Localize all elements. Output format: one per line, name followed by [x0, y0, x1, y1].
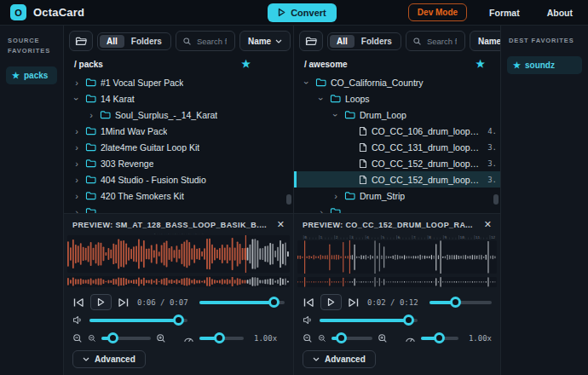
skip-end-button[interactable] [348, 297, 360, 308]
playback-speed-icon [405, 334, 416, 343]
close-icon[interactable]: ✕ [277, 220, 285, 229]
waveform-ruler: 01234567 [67, 233, 290, 234]
skip-end-button[interactable] [118, 297, 130, 308]
play-button[interactable] [90, 294, 112, 310]
tree-folder-row[interactable]: ›CO_California_Country [294, 74, 500, 90]
file-icon [359, 126, 367, 136]
volume-slider[interactable] [89, 314, 187, 326]
folder-icon [330, 207, 341, 213]
speed-slider[interactable] [421, 332, 458, 343]
tree-file-row[interactable]: CO_CC_131_drum_loop_grillin_plus.wav3. [294, 139, 500, 155]
waveform-main[interactable] [67, 235, 290, 273]
file-icon [359, 159, 367, 169]
volume-slider[interactable] [320, 314, 418, 326]
tree-folder-row[interactable]: ›#1 Vocal Super Pack [64, 74, 293, 90]
zoom-slider[interactable] [101, 332, 151, 343]
open-folder-button[interactable] [69, 31, 93, 51]
tree-file-row[interactable]: CO_CC_152_drum_loop_rattlesnake_bridge_p… [294, 155, 500, 171]
zoom-reset-icon[interactable] [303, 333, 313, 343]
chevron-icon: › [317, 207, 326, 214]
tree-folder-row[interactable]: ›Drum_Strip [294, 188, 500, 204]
preview-title: PREVIEW: SM_AT_128_BASS_LOOP_BASIK_B.WAV [72, 221, 270, 229]
waveform-overview[interactable] [297, 277, 497, 287]
tree-folder-row[interactable]: ›2late4me Guitar Loop Kit [64, 139, 293, 155]
search-input[interactable] [195, 36, 228, 47]
zoom-out-icon[interactable] [318, 334, 326, 343]
chevron-icon: › [72, 191, 81, 201]
source-pane: All Folders Name [64, 26, 294, 213]
tree-folder-row[interactable]: ›Drum_Loop [294, 107, 500, 123]
favorite-star-icon[interactable]: ★ [241, 59, 251, 69]
tree-folder-row[interactable]: ›303 Revenge [64, 155, 293, 171]
play-button[interactable] [320, 294, 342, 310]
zoom-reset-icon[interactable] [72, 333, 83, 343]
folder-icon [85, 191, 96, 200]
tree-folder-row[interactable]: ›14 Karat [64, 90, 293, 107]
tree-folder-row[interactable]: ›Soul_Surplus_-_14_Karat [64, 107, 293, 123]
speed-slider[interactable] [199, 332, 244, 343]
tree-item-label: CO_CC_152_drum_loop_rattlesnake_bridge_p… [372, 159, 483, 169]
topbar: O OctaCard Convert Dev Mode Format About [0, 0, 588, 26]
dest-breadcrumb-row: / awesome ★ [294, 55, 500, 72]
tree-file-row[interactable]: CO_CC_106_drum_loop_california_blue.wav4… [294, 123, 500, 139]
favorite-label: packs [24, 71, 48, 80]
app-title: OctaCard [33, 6, 84, 19]
scrollbar-thumb[interactable] [286, 194, 291, 205]
tree-file-row[interactable]: CO_CC_152_drum_loop_rattlesnake_chorus.w… [294, 171, 500, 188]
tree-item-label: 404 Studio - Fusion Studio [101, 175, 206, 185]
tree-folder-row[interactable]: › [64, 204, 293, 213]
source-preview-panel: PREVIEW: SM_AT_128_BASS_LOOP_BASIK_B.WAV… [64, 213, 294, 375]
tree-item-label: #1 Vocal Super Pack [101, 78, 183, 88]
waveform-main[interactable] [297, 240, 497, 274]
filter-folders-button[interactable]: Folders [124, 35, 169, 48]
favorite-item-packs[interactable]: ★ packs [6, 66, 57, 84]
favorite-item-soundz[interactable]: ★ soundz [507, 56, 582, 74]
tree-folder-row[interactable]: › [294, 204, 500, 213]
tree-folder-row[interactable]: ›420 The Smokers Kit [64, 188, 293, 204]
star-icon: ★ [12, 71, 20, 80]
chevron-icon: › [72, 78, 81, 88]
seek-slider[interactable] [199, 297, 285, 308]
zoom-in-icon[interactable] [378, 333, 388, 343]
filter-all-button[interactable]: All [330, 35, 355, 48]
zoom-in-icon[interactable] [156, 333, 166, 343]
advanced-toggle[interactable]: Advanced [72, 350, 146, 368]
chevron-icon: › [72, 175, 81, 185]
tree-item-label: 420 The Smokers Kit [101, 191, 184, 201]
skip-start-button[interactable] [303, 297, 314, 308]
waveform-overview[interactable] [67, 276, 290, 287]
chevron-icon: › [72, 95, 82, 103]
tree-folder-row[interactable]: ›404 Studio - Fusion Studio [64, 171, 293, 188]
about-button[interactable]: About [542, 7, 578, 19]
chevron-icon: › [72, 207, 81, 214]
skip-start-button[interactable] [72, 297, 84, 308]
folder-icon [85, 159, 96, 168]
tree-folder-row[interactable]: ›Loops [294, 90, 500, 107]
sort-dropdown[interactable]: Name [470, 31, 500, 51]
folder-icon [315, 78, 326, 87]
search-input[interactable] [425, 36, 458, 47]
sort-dropdown[interactable]: Name [239, 31, 291, 51]
close-icon[interactable]: ✕ [484, 220, 492, 229]
filter-folders-button[interactable]: Folders [355, 35, 399, 48]
playback-speed-icon [183, 334, 194, 343]
dev-mode-toggle[interactable]: Dev Mode [408, 3, 467, 21]
tree-folder-row[interactable]: ›1Mind Wav Pack [64, 123, 293, 139]
chevron-down-icon [83, 357, 89, 361]
volume-icon[interactable] [72, 315, 84, 325]
dest-favorites-title: DEST FAVORITES [509, 36, 580, 46]
favorite-star-icon[interactable]: ★ [476, 59, 485, 69]
scrollbar-thumb[interactable] [493, 194, 499, 205]
format-button[interactable]: Format [484, 7, 525, 19]
convert-button[interactable]: Convert [268, 3, 337, 22]
zoom-out-icon[interactable] [88, 334, 96, 343]
open-folder-button[interactable] [299, 31, 323, 51]
star-icon: ★ [513, 61, 521, 70]
speed-value: 1.00x [254, 334, 277, 343]
filter-all-button[interactable]: All [100, 35, 124, 48]
seek-slider[interactable] [429, 297, 492, 308]
folder-icon [85, 126, 96, 136]
zoom-slider[interactable] [331, 332, 372, 343]
advanced-toggle[interactable]: Advanced [303, 350, 376, 368]
volume-icon[interactable] [303, 315, 314, 325]
